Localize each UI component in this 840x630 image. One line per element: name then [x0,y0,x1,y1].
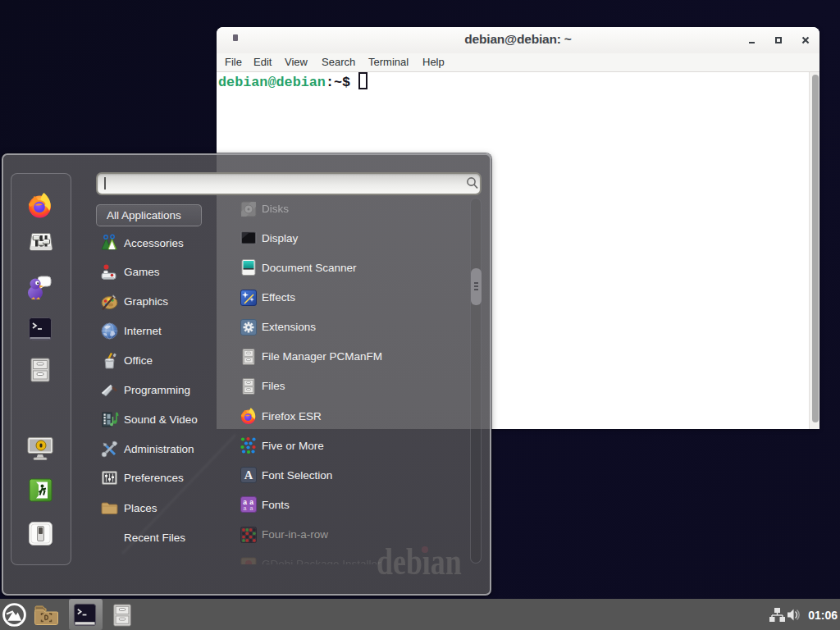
svg-text:a: a [250,505,253,511]
svg-text:a: a [249,498,253,506]
svg-text:A: A [244,468,253,482]
svg-text:a: a [244,505,247,511]
svg-text:a: a [243,498,247,506]
